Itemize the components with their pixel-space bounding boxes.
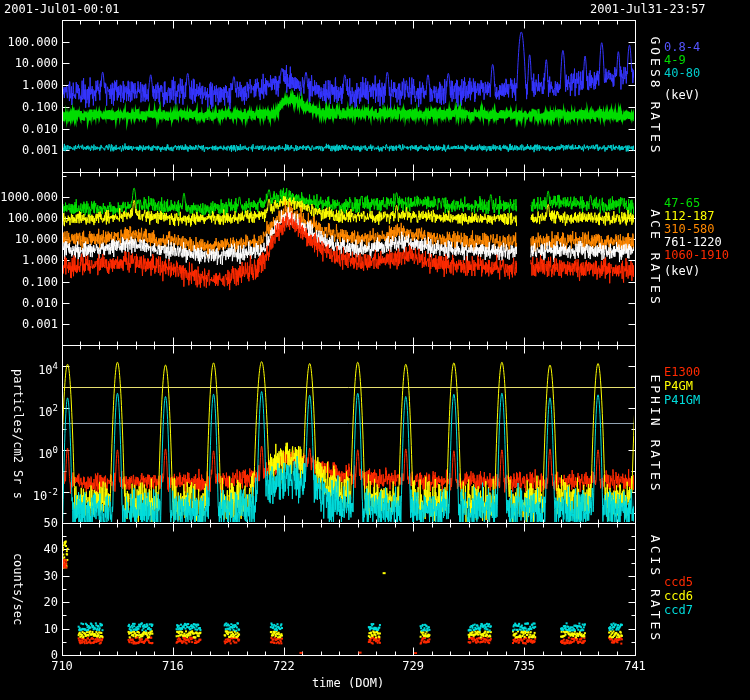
legend--kev-: (keV) (664, 264, 700, 278)
y-tick-label: 0.010 (0, 296, 58, 310)
y-tick-label: 20 (0, 595, 58, 609)
y-tick-label: 1.000 (0, 253, 58, 267)
y-tick-label: 104 (0, 359, 58, 377)
x-tick-label: 741 (617, 659, 653, 673)
y-tick-label: 40 (0, 542, 58, 556)
panel-ace-title: ACE RATES (647, 209, 663, 306)
legend-ccd5: ccd5 (664, 575, 693, 589)
legend-4-9: 4-9 (664, 53, 686, 67)
panel-goes8-title: GOES8 RATES (647, 36, 663, 155)
y-tick-label: 0.010 (0, 122, 58, 136)
space-weather-rates-plot: 2001-Jul01-00:01 2001-Jul31-23:57 GOES8 … (0, 0, 750, 700)
y-tick-label: 30 (0, 569, 58, 583)
legend-ccd7: ccd7 (664, 603, 693, 617)
legend-p4gm: P4GM (664, 379, 693, 393)
legend-761-1220: 761-1220 (664, 235, 722, 249)
x-tick-label: 729 (395, 659, 431, 673)
acis-y-axis-label: counts/sec (10, 553, 25, 625)
legend-310-580: 310-580 (664, 222, 715, 236)
y-tick-label: 1000.000 (0, 190, 58, 204)
legend-1060-1910: 1060-1910 (664, 248, 729, 262)
end-date-label: 2001-Jul31-23:57 (590, 2, 706, 16)
legend-47-65: 47-65 (664, 196, 700, 210)
y-tick-label: 10-2 (0, 485, 58, 503)
y-tick-label: 0.100 (0, 100, 58, 114)
y-tick-label: 102 (0, 401, 58, 419)
panel-ephin-title: EPHIN RATES (647, 374, 663, 493)
y-tick-label: 100 (0, 443, 58, 461)
legend--kev-: (keV) (664, 88, 700, 102)
start-date-label: 2001-Jul01-00:01 (4, 2, 120, 16)
legend-40-80: 40-80 (664, 66, 700, 80)
x-tick-label: 722 (266, 659, 302, 673)
legend-0-8-4: 0.8-4 (664, 40, 700, 54)
x-tick-label: 710 (44, 659, 80, 673)
y-tick-label: 0.001 (0, 317, 58, 331)
y-tick-label: 100.000 (0, 211, 58, 225)
plot-canvas (0, 0, 750, 700)
y-tick-label: 1.000 (0, 78, 58, 92)
legend-p41gm: P41GM (664, 393, 700, 407)
y-tick-label: 10.000 (0, 56, 58, 70)
x-tick-label: 735 (506, 659, 542, 673)
legend-ccd6: ccd6 (664, 589, 693, 603)
y-tick-label: 100.000 (0, 35, 58, 49)
y-tick-label: 10 (0, 622, 58, 636)
x-axis-title: time (DOM) (288, 676, 408, 690)
y-tick-label: 0.100 (0, 275, 58, 289)
y-tick-label: 50 (0, 516, 58, 530)
y-tick-label: 10.000 (0, 232, 58, 246)
ephin-y-axis-label: particles/cm2 Sr s (10, 369, 25, 499)
panel-acis-title: ACIS RATES (647, 535, 663, 643)
legend-e1300: E1300 (664, 365, 700, 379)
legend-112-187: 112-187 (664, 209, 715, 223)
x-tick-label: 716 (155, 659, 191, 673)
y-tick-label: 0.001 (0, 143, 58, 157)
